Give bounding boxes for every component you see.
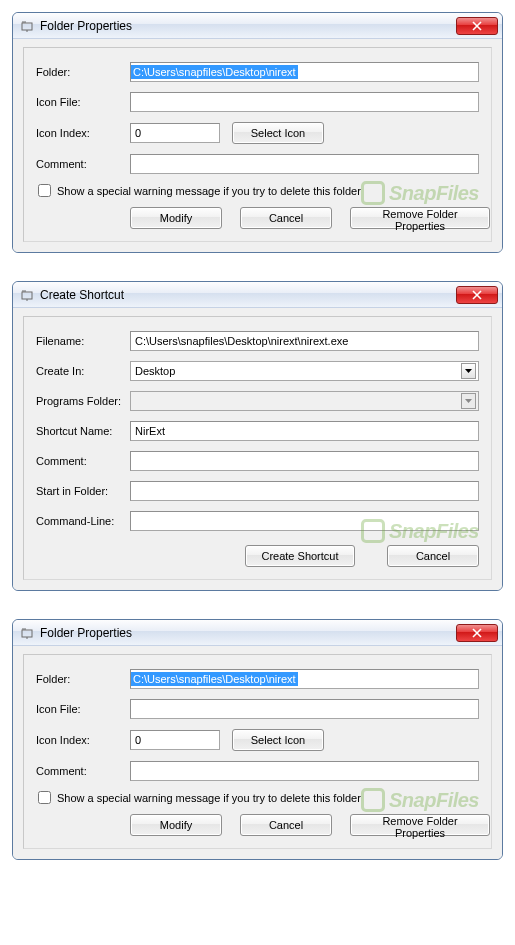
- create-in-label: Create In:: [36, 365, 130, 377]
- window-title: Folder Properties: [40, 19, 456, 33]
- folder-label: Folder:: [36, 66, 130, 78]
- folder-properties-dialog: Folder Properties Folder: C:\Users\snapf…: [12, 12, 503, 253]
- window-title: Folder Properties: [40, 626, 456, 640]
- form-panel: Filename: Create In: Desktop Programs Fo…: [23, 316, 492, 580]
- window-title: Create Shortcut: [40, 288, 456, 302]
- start-in-input[interactable]: [130, 481, 479, 501]
- remove-properties-button[interactable]: Remove Folder Properties: [350, 207, 490, 229]
- titlebar[interactable]: Folder Properties: [13, 620, 502, 646]
- command-line-label: Command-Line:: [36, 515, 130, 527]
- titlebar[interactable]: Folder Properties: [13, 13, 502, 39]
- comment-label: Comment:: [36, 158, 130, 170]
- folder-input[interactable]: C:\Users\snapfiles\Desktop\nirext: [130, 669, 479, 689]
- shortcut-name-input[interactable]: [130, 421, 479, 441]
- icon-index-label: Icon Index:: [36, 127, 130, 139]
- folder-input[interactable]: C:\Users\snapfiles\Desktop\nirext: [130, 62, 479, 82]
- client-area: Folder: C:\Users\snapfiles\Desktop\nirex…: [13, 646, 502, 859]
- create-shortcut-dialog: Create Shortcut Filename: Create In: Des…: [12, 281, 503, 591]
- app-icon: [19, 287, 35, 303]
- modify-button[interactable]: Modify: [130, 814, 222, 836]
- app-icon: [19, 18, 35, 34]
- icon-file-label: Icon File:: [36, 96, 130, 108]
- warning-checkbox-label: Show a special warning message if you tr…: [57, 185, 361, 197]
- folder-label: Folder:: [36, 673, 130, 685]
- create-in-select[interactable]: Desktop: [130, 361, 479, 381]
- icon-file-input[interactable]: [130, 92, 479, 112]
- programs-folder-select[interactable]: [130, 391, 479, 411]
- icon-index-input[interactable]: [130, 730, 220, 750]
- close-button[interactable]: [456, 17, 498, 35]
- close-button[interactable]: [456, 286, 498, 304]
- svg-rect-6: [22, 630, 32, 637]
- select-icon-button[interactable]: Select Icon: [232, 122, 324, 144]
- command-line-input[interactable]: [130, 511, 479, 531]
- programs-folder-label: Programs Folder:: [36, 395, 130, 407]
- form-panel: Folder: C:\Users\snapfiles\Desktop\nirex…: [23, 654, 492, 849]
- comment-input[interactable]: [130, 761, 479, 781]
- svg-rect-0: [22, 23, 32, 30]
- cancel-button[interactable]: Cancel: [240, 207, 332, 229]
- warning-checkbox[interactable]: [38, 184, 51, 197]
- icon-file-input[interactable]: [130, 699, 479, 719]
- chevron-down-icon[interactable]: [461, 393, 476, 409]
- icon-index-label: Icon Index:: [36, 734, 130, 746]
- app-icon: [19, 625, 35, 641]
- warning-checkbox-label: Show a special warning message if you tr…: [57, 792, 361, 804]
- icon-index-input[interactable]: [130, 123, 220, 143]
- comment-input[interactable]: [130, 451, 479, 471]
- start-in-label: Start in Folder:: [36, 485, 130, 497]
- comment-input[interactable]: [130, 154, 479, 174]
- select-icon-button[interactable]: Select Icon: [232, 729, 324, 751]
- create-shortcut-button[interactable]: Create Shortcut: [245, 545, 355, 567]
- cancel-button[interactable]: Cancel: [240, 814, 332, 836]
- comment-label: Comment:: [36, 765, 130, 777]
- close-button[interactable]: [456, 624, 498, 642]
- warning-checkbox[interactable]: [38, 791, 51, 804]
- icon-file-label: Icon File:: [36, 703, 130, 715]
- titlebar[interactable]: Create Shortcut: [13, 282, 502, 308]
- folder-properties-dialog: Folder Properties Folder: C:\Users\snapf…: [12, 619, 503, 860]
- chevron-down-icon[interactable]: [461, 363, 476, 379]
- modify-button[interactable]: Modify: [130, 207, 222, 229]
- shortcut-name-label: Shortcut Name:: [36, 425, 130, 437]
- svg-rect-3: [22, 292, 32, 299]
- form-panel: Folder: C:\Users\snapfiles\Desktop\nirex…: [23, 47, 492, 242]
- remove-properties-button[interactable]: Remove Folder Properties: [350, 814, 490, 836]
- filename-label: Filename:: [36, 335, 130, 347]
- filename-input[interactable]: [130, 331, 479, 351]
- cancel-button[interactable]: Cancel: [387, 545, 479, 567]
- client-area: Folder: C:\Users\snapfiles\Desktop\nirex…: [13, 39, 502, 252]
- client-area: Filename: Create In: Desktop Programs Fo…: [13, 308, 502, 590]
- comment-label: Comment:: [36, 455, 130, 467]
